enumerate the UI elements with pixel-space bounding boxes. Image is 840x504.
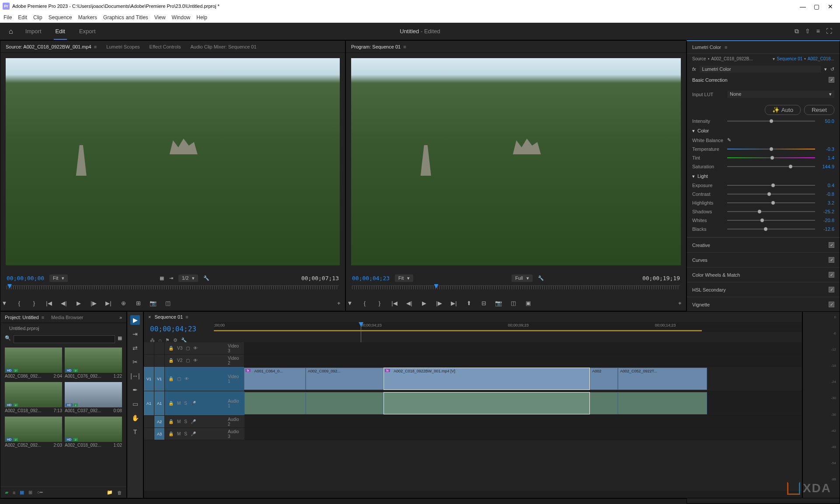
timeline-timecode[interactable]: 00;00;04;23 <box>144 322 214 336</box>
share-icon[interactable]: ⇧ <box>805 28 810 35</box>
quick-export-icon[interactable]: ⧉ <box>795 28 799 35</box>
tab-lumetri-scopes[interactable]: Lumetri Scopes <box>106 44 139 49</box>
timeline-clip[interactable]: fxA001_C064_0... <box>244 368 305 390</box>
project-search-input[interactable] <box>14 335 115 343</box>
mute-icon[interactable]: M <box>177 419 181 424</box>
menu-window[interactable]: Window <box>172 14 191 21</box>
target-patch-a1[interactable]: A1 <box>154 391 165 415</box>
add-button-icon[interactable]: + <box>337 300 345 306</box>
program-res-dropdown[interactable]: Full▾ <box>512 275 533 282</box>
project-clip[interactable]: HD♪A002_C018_092...1:02 <box>65 417 122 448</box>
highlights-slider[interactable] <box>727 202 815 203</box>
timeline-clip[interactable]: A002_C009_092... <box>306 368 384 390</box>
menu-clip[interactable]: Clip <box>33 14 42 21</box>
exposure-slider[interactable] <box>727 185 815 186</box>
solo-icon[interactable]: S <box>184 401 187 406</box>
new-item-icon[interactable]: ▰ <box>5 490 8 495</box>
filter-icon[interactable]: ▦ <box>118 335 122 343</box>
marker-icon[interactable]: ▼ <box>0 300 8 306</box>
hand-tool-icon[interactable]: ✋ <box>130 413 140 423</box>
light-subheader[interactable]: ▾Light <box>692 171 834 181</box>
tint-slider[interactable] <box>727 157 815 158</box>
project-clip[interactable]: HD♪A002_C052_092...2:03 <box>5 417 62 448</box>
insert-icon[interactable]: ⇥ <box>169 275 173 281</box>
proxy-icon[interactable]: ▣ <box>524 300 532 306</box>
selection-tool-icon[interactable]: ▶ <box>130 315 140 325</box>
temperature-slider[interactable] <box>727 149 815 149</box>
menu-markers[interactable]: Markers <box>78 14 97 21</box>
blacks-value[interactable]: -12.6 <box>819 226 834 232</box>
in-icon[interactable]: { <box>361 300 369 306</box>
export-frame-icon[interactable]: 📷 <box>495 300 502 306</box>
comparison-icon[interactable]: ◫ <box>164 300 172 306</box>
tab-project[interactable]: Project: Untitled ≡ <box>5 315 44 320</box>
sequence-link[interactable]: Sequence 01 <box>777 56 802 61</box>
tab-source[interactable]: Source: A002_C018_0922BW_001.mp4 ≡ <box>6 44 97 49</box>
lock-icon[interactable]: 🔒 <box>168 401 174 406</box>
step-back-icon[interactable]: ◀| <box>405 300 413 306</box>
timeline-audio-clip[interactable] <box>590 392 618 414</box>
workspace-menu-icon[interactable]: ≡ <box>816 28 820 35</box>
solo-icon[interactable]: S <box>184 419 187 424</box>
list-view-icon[interactable]: ≡ <box>13 490 15 495</box>
zoom-slider[interactable]: ○━ <box>37 490 43 495</box>
voice-icon[interactable]: 🎤 <box>191 419 196 424</box>
timeline-audio-clip[interactable] <box>383 392 590 414</box>
target-patch-a2[interactable]: A2 <box>154 416 165 428</box>
extract-icon[interactable]: ⊟ <box>480 300 488 306</box>
lock-icon[interactable]: 🔒 <box>168 358 174 363</box>
source-patch-v1[interactable]: V1 <box>144 367 154 391</box>
out-icon[interactable]: } <box>376 300 383 306</box>
goto-in-icon[interactable]: |◀ <box>390 300 398 306</box>
icon-view-icon[interactable]: ▦ <box>20 490 24 495</box>
voice-icon[interactable]: 🎤 <box>191 431 196 436</box>
lock-icon[interactable]: 🔒 <box>168 431 174 436</box>
program-viewer[interactable] <box>351 58 681 265</box>
highlights-value[interactable]: 3.2 <box>819 200 834 205</box>
tab-menu-icon[interactable]: ≡ <box>94 44 97 49</box>
clip-link[interactable]: A002_C018... <box>808 56 834 61</box>
eye-icon[interactable]: 👁 <box>193 358 198 363</box>
home-icon[interactable]: ⌂ <box>9 28 13 35</box>
menu-sequence[interactable]: Sequence <box>49 14 72 21</box>
source-res-dropdown[interactable]: 1/2▾ <box>178 275 198 282</box>
wrench-icon[interactable]: 🔧 <box>538 275 544 281</box>
timeline-scrollbar[interactable] <box>144 491 802 498</box>
project-clip[interactable]: HD♪A002_C086_092...2:04 <box>5 348 62 379</box>
menu-edit[interactable]: Edit <box>18 14 27 21</box>
tab-program[interactable]: Program: Sequence 01 ≡ <box>351 44 406 49</box>
bin-name[interactable]: Untitled.prproj <box>0 323 126 334</box>
settings-icon[interactable]: ▦ <box>160 275 164 281</box>
goto-out-icon[interactable]: ▶| <box>450 300 458 306</box>
section-curves[interactable]: Curves <box>687 252 840 267</box>
intensity-value[interactable]: 50.0 <box>819 118 834 124</box>
play-icon[interactable]: ▶ <box>420 300 428 306</box>
input-lut-dropdown[interactable]: None▾ <box>727 90 834 98</box>
trash-icon[interactable]: 🗑 <box>117 490 122 495</box>
out-icon[interactable]: } <box>30 300 38 306</box>
overwrite-icon[interactable]: ⊞ <box>134 300 142 306</box>
timeline-clip[interactable]: A002 <box>590 368 618 390</box>
eye-icon[interactable]: 👁 <box>193 346 198 351</box>
tab-audio-mixer[interactable]: Audio Clip Mixer: Sequence 01 <box>191 44 257 49</box>
exposure-value[interactable]: 0.4 <box>819 183 834 188</box>
project-clip[interactable]: HD♪A002_C018_092...7:13 <box>5 382 62 414</box>
section-color-wheels[interactable]: Color Wheels & Match <box>687 267 840 282</box>
lock-icon[interactable]: 🔒 <box>168 346 174 351</box>
razor-tool-icon[interactable]: ✂ <box>130 357 140 367</box>
marker-icon[interactable]: ▼ <box>346 300 354 306</box>
timeline-audio-clip[interactable] <box>618 392 707 414</box>
freeform-icon[interactable]: ⊞ <box>28 490 32 495</box>
menu-graphics[interactable]: Graphics and Titles <box>103 14 148 21</box>
temp-value[interactable]: -0.3 <box>819 146 834 152</box>
saturation-slider[interactable] <box>727 166 815 167</box>
timeline-clip[interactable]: fxA002_C018_0922BW_001.mp4 [V] <box>383 368 590 390</box>
voice-icon[interactable]: 🎤 <box>191 401 196 406</box>
minimize-button[interactable]: — <box>800 3 806 9</box>
timeline-playhead[interactable] <box>361 322 361 342</box>
target-patch-a3[interactable]: A3 <box>154 428 165 440</box>
insert-clip-icon[interactable]: ⊕ <box>119 300 127 306</box>
contrast-value[interactable]: -0.8 <box>819 191 834 197</box>
basic-correction-toggle[interactable] <box>829 77 834 83</box>
basic-correction-header[interactable]: Basic Correction <box>687 74 840 85</box>
